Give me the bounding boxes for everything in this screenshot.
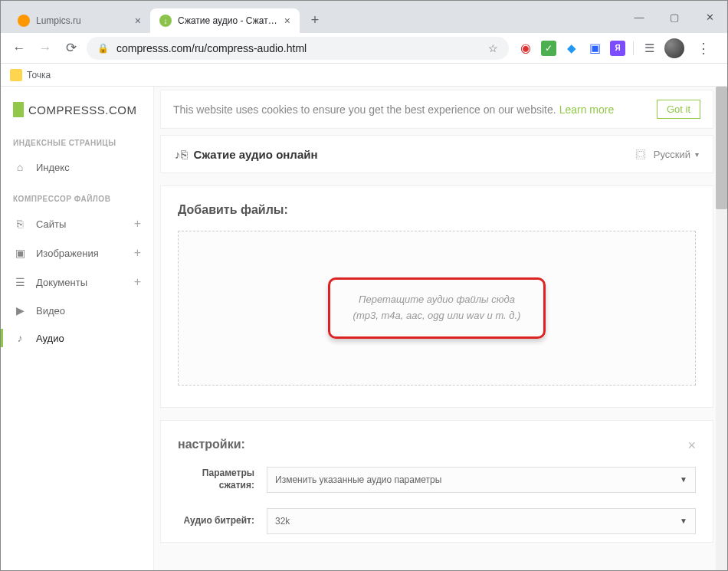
panel-heading: настройки: bbox=[178, 438, 696, 451]
sidebar-item-video[interactable]: ▶ Видео bbox=[1, 297, 153, 324]
translate-icon: ⿴ bbox=[634, 146, 649, 162]
chevron-down-icon: ▼ bbox=[680, 517, 687, 525]
browser-menu-button[interactable]: ⋮ bbox=[692, 40, 715, 57]
expand-icon[interactable]: + bbox=[134, 217, 141, 231]
bitrate-select[interactable]: 32k ▼ bbox=[267, 508, 696, 534]
sidebar-item-sites[interactable]: ⎘ Сайты + bbox=[1, 209, 153, 238]
document-icon: ☰ bbox=[13, 276, 27, 288]
close-icon[interactable]: × bbox=[687, 438, 696, 454]
browser-tab-compresss[interactable]: ↓ Сжатие аудио - Сжатие файлов × bbox=[150, 8, 300, 33]
learn-more-link[interactable]: Learn more bbox=[559, 103, 615, 116]
back-button[interactable]: ← bbox=[8, 38, 30, 59]
favicon-icon bbox=[18, 15, 30, 27]
new-tab-button[interactable]: + bbox=[304, 9, 326, 31]
bookmark-star-icon[interactable]: ☆ bbox=[488, 42, 498, 54]
sidebar-item-label: Видео bbox=[36, 305, 65, 317]
bookmark-item[interactable]: Точка bbox=[27, 70, 51, 80]
sidebar-item-label: Сайты bbox=[36, 218, 66, 230]
compress-params-select[interactable]: Изменить указанные аудио параметры ▼ bbox=[267, 467, 696, 493]
dropzone-text-line2: (mp3, m4a, aac, ogg или wav и т. д.) bbox=[353, 308, 521, 324]
cookie-text: This website uses cookies to ensure you … bbox=[173, 103, 556, 116]
file-dropzone[interactable]: Перетащите аудио файлы сюда (mp3, m4a, a… bbox=[178, 231, 696, 386]
sidebar-section-title: КОМПРЕССОР ФАЙЛОВ bbox=[1, 189, 153, 209]
address-bar: ← → ⟳ 🔒 compresss.com/ru/compress-audio.… bbox=[1, 33, 727, 64]
page-title: Сжатие аудио онлайн bbox=[194, 148, 318, 161]
maximize-button[interactable]: ▢ bbox=[657, 1, 692, 33]
cookie-accept-button[interactable]: Got it bbox=[657, 100, 700, 119]
extension-icon[interactable]: ◉ bbox=[518, 41, 533, 56]
reload-button[interactable]: ⟳ bbox=[61, 38, 82, 59]
close-window-button[interactable]: ✕ bbox=[692, 1, 727, 33]
compress-params-label: Параметры сжатия: bbox=[178, 468, 254, 491]
close-icon[interactable]: × bbox=[135, 15, 141, 26]
language-label: Русский bbox=[654, 149, 690, 160]
add-files-panel: Добавить файлы: Перетащите аудио файлы с… bbox=[160, 185, 713, 408]
sidebar-item-label: Аудио bbox=[36, 333, 64, 344]
select-value: 32k bbox=[275, 516, 290, 527]
home-icon: ⌂ bbox=[13, 161, 27, 173]
extension-icon[interactable]: ▣ bbox=[587, 41, 602, 56]
audio-compress-icon: ♪⎘ bbox=[175, 148, 188, 161]
site-logo[interactable]: COMPRESSS.COM bbox=[1, 93, 153, 133]
tab-strip: Lumpics.ru × ↓ Сжатие аудио - Сжатие фай… bbox=[1, 1, 727, 33]
extension-icon[interactable]: ✓ bbox=[541, 41, 556, 56]
extension-icon[interactable]: Я bbox=[610, 41, 625, 56]
bookmark-bar: Точка bbox=[1, 64, 727, 87]
code-icon: ⎘ bbox=[13, 218, 27, 230]
sidebar-item-docs[interactable]: ☰ Документы + bbox=[1, 267, 153, 297]
browser-tab-lumpics[interactable]: Lumpics.ru × bbox=[8, 8, 150, 33]
tab-title: Lumpics.ru bbox=[36, 15, 130, 26]
logo-text: COMPRESSS.COM bbox=[28, 103, 137, 116]
sidebar-item-label: Документы bbox=[36, 277, 87, 288]
sidebar: COMPRESSS.COM ИНДЕКСНЫЕ СТРАНИЦЫ ⌂ Индек… bbox=[1, 87, 154, 570]
minimize-button[interactable]: — bbox=[621, 1, 657, 33]
dropzone-highlight: Перетащите аудио файлы сюда (mp3, m4a, a… bbox=[328, 277, 546, 339]
profile-avatar[interactable] bbox=[664, 38, 684, 58]
dropzone-text-line1: Перетащите аудио файлы сюда bbox=[353, 292, 521, 308]
image-icon: ▣ bbox=[13, 247, 27, 259]
audio-icon: ♪ bbox=[13, 332, 27, 344]
logo-icon bbox=[13, 102, 24, 117]
bitrate-label: Аудио битрейт: bbox=[178, 515, 254, 527]
settings-panel: × настройки: Параметры сжатия: Изменить … bbox=[160, 420, 713, 543]
extension-area: ◉ ✓ ◆ ▣ Я ☰ ⋮ bbox=[513, 38, 720, 58]
expand-icon[interactable]: + bbox=[134, 246, 141, 260]
forward-button[interactable]: → bbox=[34, 38, 56, 59]
video-icon: ▶ bbox=[13, 304, 27, 317]
chevron-down-icon: ▾ bbox=[695, 150, 699, 159]
sidebar-item-label: Индекс bbox=[36, 162, 70, 173]
lock-icon: 🔒 bbox=[97, 43, 109, 54]
scrollbar-thumb[interactable] bbox=[716, 87, 727, 209]
page-header: ♪⎘ Сжатие аудио онлайн ⿴ Русский ▾ bbox=[160, 135, 713, 173]
sidebar-item-label: Изображения bbox=[36, 248, 99, 259]
sidebar-section-title: ИНДЕКСНЫЕ СТРАНИЦЫ bbox=[1, 133, 153, 153]
expand-icon[interactable]: + bbox=[134, 275, 141, 289]
url-input[interactable]: 🔒 compresss.com/ru/compress-audio.html ☆ bbox=[87, 37, 509, 60]
select-value: Изменить указанные аудио параметры bbox=[275, 474, 441, 485]
sidebar-item-index[interactable]: ⌂ Индекс bbox=[1, 153, 153, 181]
folder-icon bbox=[10, 69, 22, 81]
extension-icon[interactable]: ◆ bbox=[564, 41, 579, 56]
scrollbar[interactable] bbox=[716, 87, 727, 570]
url-text: compresss.com/ru/compress-audio.html bbox=[116, 42, 307, 54]
tab-title: Сжатие аудио - Сжатие файлов bbox=[178, 15, 280, 26]
reading-list-icon[interactable]: ☰ bbox=[641, 41, 657, 56]
chevron-down-icon: ▼ bbox=[680, 475, 687, 484]
cookie-banner: This website uses cookies to ensure you … bbox=[160, 90, 713, 129]
panel-heading: Добавить файлы: bbox=[178, 203, 696, 217]
favicon-icon: ↓ bbox=[159, 15, 172, 27]
sidebar-item-images[interactable]: ▣ Изображения + bbox=[1, 238, 153, 267]
sidebar-item-audio[interactable]: ♪ Аудио bbox=[1, 324, 153, 352]
language-selector[interactable]: ⿴ Русский ▾ bbox=[634, 146, 699, 162]
close-icon[interactable]: × bbox=[284, 15, 290, 26]
